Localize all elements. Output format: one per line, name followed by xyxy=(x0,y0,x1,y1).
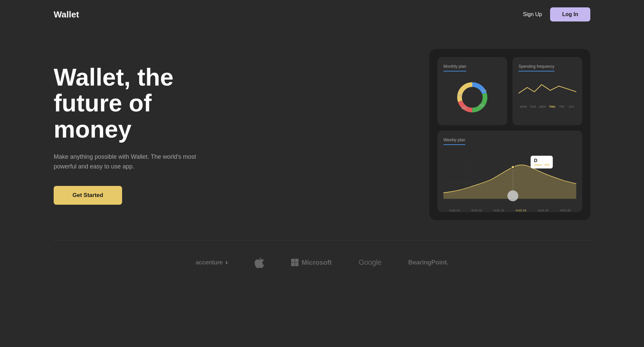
top-cards-row: Monthly plan xyxy=(437,57,582,125)
logo-accenture: accenture › xyxy=(196,258,228,267)
date-aug23: AUG 23 xyxy=(488,209,510,212)
navbar: Wallet Sign Up Log In xyxy=(0,0,644,29)
day-sat: SAT xyxy=(567,105,576,108)
spending-frequency-card: Spending frequency MON TUE WED THU FRI S… xyxy=(513,57,582,125)
day-labels: MON TUE WED THU FRI SAT xyxy=(519,105,576,108)
date-aug25: AUG 25 xyxy=(532,209,554,212)
svg-rect-23 xyxy=(295,263,299,266)
line-chart-container: MON TUE WED THU FRI SAT xyxy=(519,76,576,108)
day-wed: WED xyxy=(538,105,547,108)
svg-text:300: 300 xyxy=(461,106,466,110)
hero-title: Wallet, the future of money xyxy=(54,64,228,143)
bearingpoint-label: BearingPoint. xyxy=(408,259,448,266)
weekly-plan-card: Weekly plan xyxy=(437,131,582,212)
google-label: Google xyxy=(359,258,381,267)
monthly-plan-title: Monthly plan xyxy=(443,64,466,71)
signup-button[interactable]: Sign Up xyxy=(523,11,542,17)
accenture-chevron-icon: › xyxy=(225,258,228,267)
logo-microsoft: Microsoft xyxy=(291,258,332,266)
apple-icon xyxy=(255,257,264,268)
microsoft-label: Microsoft xyxy=(302,259,332,266)
dashboard-visual: Monthly plan xyxy=(429,49,590,220)
donut-chart-container: 200 300 300 200 xyxy=(443,76,501,119)
date-aug21: AUG 21 xyxy=(443,209,466,212)
svg-rect-21 xyxy=(295,259,299,262)
logos-section: accenture › Microsoft Google BearingPoin… xyxy=(0,241,644,284)
day-mon: MON xyxy=(519,105,528,108)
logo-google: Google xyxy=(359,258,381,267)
day-tue: TUE xyxy=(528,105,538,108)
date-aug24: AUG 24 xyxy=(510,209,532,212)
weekly-area-chart xyxy=(443,152,576,206)
accenture-label: accenture xyxy=(196,259,223,266)
svg-text:300: 300 xyxy=(481,89,486,92)
tooltip-value: Value · 300 xyxy=(534,163,549,166)
weekly-chart-container: D Value · 300 AUG 21 AUG 22 AUG 23 AUG 2… xyxy=(443,152,576,206)
day-fri: FRI xyxy=(557,105,567,108)
tooltip-letter: D xyxy=(534,158,549,163)
svg-rect-22 xyxy=(291,263,294,266)
date-labels: AUG 21 AUG 22 AUG 23 AUG 24 AUG 25 AUG 2… xyxy=(443,209,576,212)
logo-apple xyxy=(255,257,264,268)
date-aug26: AUG 26 xyxy=(554,209,576,212)
svg-rect-20 xyxy=(291,259,294,262)
day-thu: THU xyxy=(547,105,557,108)
donut-chart: 200 300 300 200 xyxy=(454,79,491,116)
get-started-button[interactable]: Get Started xyxy=(54,186,122,205)
weekly-plan-title: Weekly plan xyxy=(443,138,465,145)
hero-subtitle: Make anything possible with Wallet. The … xyxy=(54,152,198,171)
monthly-plan-card: Monthly plan xyxy=(437,57,507,125)
date-aug22: AUG 22 xyxy=(466,209,488,212)
hero-section: Wallet, the future of money Make anythin… xyxy=(0,29,644,240)
tooltip-box: D Value · 300 xyxy=(531,156,553,168)
spending-line-chart xyxy=(519,76,576,102)
logo-bearingpoint: BearingPoint. xyxy=(408,259,448,266)
app-logo: Wallet xyxy=(54,9,79,20)
hero-text: Wallet, the future of money Make anythin… xyxy=(54,64,228,205)
svg-text:200: 200 xyxy=(479,104,484,107)
svg-text:200: 200 xyxy=(457,94,462,97)
spending-frequency-title: Spending frequency xyxy=(519,64,554,71)
microsoft-icon xyxy=(291,258,299,266)
login-button[interactable]: Log In xyxy=(550,7,590,21)
nav-actions: Sign Up Log In xyxy=(523,7,590,21)
svg-point-19 xyxy=(507,190,518,201)
